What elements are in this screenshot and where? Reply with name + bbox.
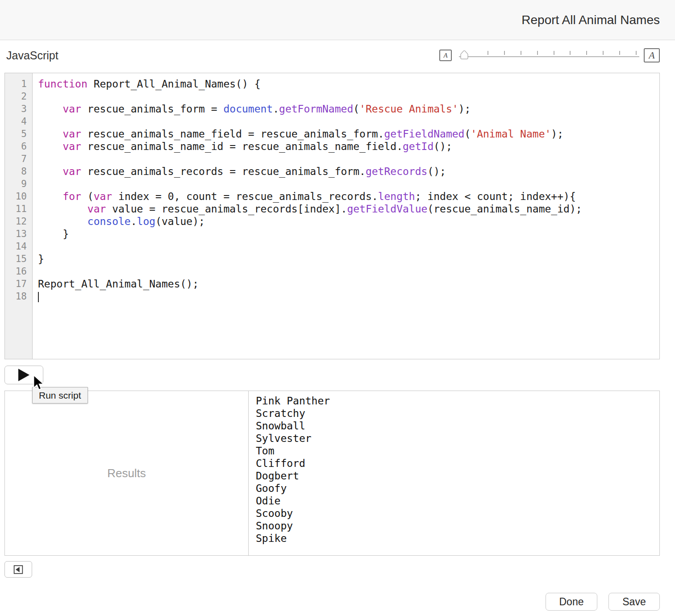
code-line[interactable]: var value = rescue_animals_records[index… xyxy=(38,203,659,215)
output-line: Tom xyxy=(256,445,659,457)
output-list: Pink PantherScratchySnowballSylvesterTom… xyxy=(256,395,659,545)
increase-font-button[interactable]: A xyxy=(644,48,660,62)
text-caret xyxy=(38,292,39,302)
line-number: 11 xyxy=(5,203,32,215)
line-number: 13 xyxy=(5,228,32,240)
slider-tick xyxy=(586,51,587,55)
results-placeholder: Results xyxy=(107,466,146,480)
slider-track xyxy=(459,56,639,57)
code-line[interactable] xyxy=(38,290,659,303)
line-number: 8 xyxy=(5,165,32,178)
slider-tick xyxy=(570,51,571,55)
output-line: Scooby xyxy=(256,507,659,520)
code-line[interactable] xyxy=(38,153,659,165)
slider-ticks xyxy=(488,51,637,55)
language-label: JavaScript xyxy=(6,49,58,62)
code-line[interactable]: function Report_All_Animal_Names() { xyxy=(38,78,659,90)
slider-tick xyxy=(488,51,488,55)
slider-tick xyxy=(504,51,505,55)
slider-thumb[interactable] xyxy=(460,50,469,60)
code-line[interactable] xyxy=(38,115,659,128)
slider-tick xyxy=(619,51,620,55)
code-line[interactable] xyxy=(38,178,659,190)
slider-tick xyxy=(521,51,521,55)
code-line[interactable]: console.log(value); xyxy=(38,215,659,228)
output-line: Spike xyxy=(256,532,659,545)
done-button[interactable]: Done xyxy=(546,593,597,611)
title-bar: Report All Animal Names xyxy=(0,0,675,40)
line-number: 15 xyxy=(5,253,32,265)
output-line: Scratchy xyxy=(256,407,659,420)
output-line: Pink Panther xyxy=(256,395,659,407)
slider-tick xyxy=(636,51,637,55)
mouse-cursor xyxy=(33,375,45,391)
line-number: 18 xyxy=(5,290,32,303)
slider-tick xyxy=(554,51,554,55)
line-number: 3 xyxy=(5,103,32,115)
results-panel: Results xyxy=(4,391,249,556)
code-line[interactable]: var rescue_animals_name_field = rescue_a… xyxy=(38,128,659,140)
font-size-slider[interactable] xyxy=(459,49,639,62)
line-number: 9 xyxy=(5,178,32,190)
small-a-icon: A xyxy=(439,50,452,61)
play-icon xyxy=(18,369,29,381)
line-number: 17 xyxy=(5,278,32,290)
window-title: Report All Animal Names xyxy=(521,0,660,40)
collapse-panel-icon xyxy=(13,565,23,574)
large-a-icon: A xyxy=(644,48,660,62)
output-line: Goofy xyxy=(256,482,659,495)
output-line: Clifford xyxy=(256,457,659,470)
line-number: 10 xyxy=(5,190,32,203)
decrease-font-button[interactable]: A xyxy=(439,50,452,61)
output-line: Dogbert xyxy=(256,470,659,482)
code-editor[interactable]: 123456789101112131415161718 function Rep… xyxy=(4,73,660,359)
line-number: 7 xyxy=(5,153,32,165)
output-line: Odie xyxy=(256,495,659,507)
line-number: 1 xyxy=(5,78,32,90)
code-line[interactable] xyxy=(38,265,659,278)
output-line: Sylvester xyxy=(256,432,659,445)
code-line[interactable]: var rescue_animals_name_id = rescue_anim… xyxy=(38,140,659,153)
line-number: 4 xyxy=(5,115,32,128)
line-number: 12 xyxy=(5,215,32,228)
slider-tick xyxy=(537,51,538,55)
code-line[interactable] xyxy=(38,90,659,103)
line-number: 2 xyxy=(5,90,32,103)
output-line: Snowball xyxy=(256,420,659,432)
code-line[interactable]: var rescue_animals_records = rescue_anim… xyxy=(38,165,659,178)
output-line: Snoopy xyxy=(256,520,659,532)
line-number-gutter: 123456789101112131415161718 xyxy=(5,73,33,359)
output-panel[interactable]: Pink PantherScratchySnowballSylvesterTom… xyxy=(248,391,660,556)
collapse-panel-button[interactable] xyxy=(4,561,32,578)
line-number: 6 xyxy=(5,140,32,153)
line-number: 5 xyxy=(5,128,32,140)
code-lines[interactable]: function Report_All_Animal_Names() { var… xyxy=(33,73,659,359)
code-line[interactable]: Report_All_Animal_Names(); xyxy=(38,278,659,290)
code-line[interactable]: for (var index = 0, count = rescue_anima… xyxy=(38,190,659,203)
slider-tick xyxy=(603,51,604,55)
code-line[interactable]: } xyxy=(38,228,659,240)
code-line[interactable]: var rescue_animals_form = document.getFo… xyxy=(38,103,659,115)
code-line[interactable] xyxy=(38,240,659,253)
save-button[interactable]: Save xyxy=(608,593,660,611)
line-number: 14 xyxy=(5,240,32,253)
line-number: 16 xyxy=(5,265,32,278)
code-line[interactable]: } xyxy=(38,253,659,265)
